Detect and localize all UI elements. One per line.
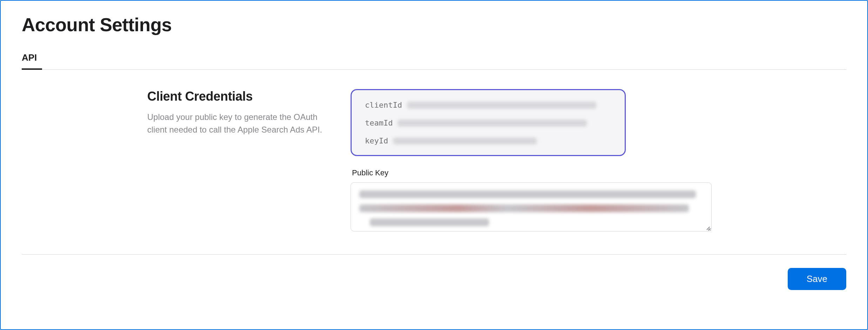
credential-value-redacted: [407, 102, 596, 109]
credential-label: keyId: [365, 136, 388, 145]
credential-label: teamId: [365, 119, 393, 127]
page-header: Account Settings API: [1, 1, 867, 70]
page-title: Account Settings: [22, 14, 846, 35]
footer-actions: Save: [1, 255, 867, 290]
save-button[interactable]: Save: [788, 268, 846, 290]
public-key-label: Public Key: [352, 168, 715, 177]
public-key-content-redacted: [359, 190, 696, 198]
account-settings-page: Account Settings API Client Credentials …: [0, 0, 868, 330]
public-key-content-redacted: [359, 204, 689, 212]
content-area: Client Credentials Upload your public ke…: [1, 70, 867, 231]
section-info: Client Credentials Upload your public ke…: [147, 89, 351, 231]
credential-row-clientid: clientId: [365, 101, 611, 109]
section-description: Upload your public key to generate the O…: [147, 111, 330, 136]
public-key-input[interactable]: [351, 182, 712, 231]
credential-value-redacted: [398, 120, 587, 127]
credential-row-keyid: keyId: [365, 136, 611, 145]
tab-api[interactable]: API: [22, 52, 37, 69]
credential-row-teamid: teamId: [365, 119, 611, 127]
section-heading: Client Credentials: [147, 89, 330, 104]
credential-value-redacted: [393, 137, 537, 144]
resize-handle-icon[interactable]: [705, 225, 710, 230]
credentials-box: clientId teamId keyId: [351, 89, 626, 156]
credentials-area: clientId teamId keyId Public Key: [351, 89, 715, 231]
credential-label: clientId: [365, 101, 402, 109]
public-key-content-redacted: [370, 218, 489, 226]
left-spacer: [22, 89, 147, 231]
tabs-bar: API: [22, 52, 846, 70]
